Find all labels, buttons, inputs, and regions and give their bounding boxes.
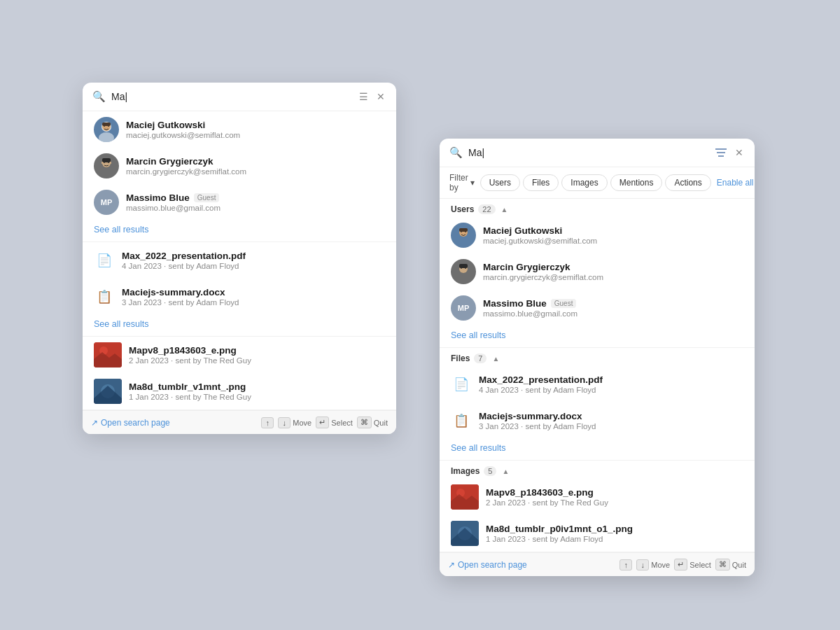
small-user-email-massimo: massimo.blue@gmail.com xyxy=(126,204,220,212)
small-file-text-pdf: Max_2022_presentation.pdf 4 Jan 2023 · s… xyxy=(122,251,246,270)
large-user-text-gutkowski: Maciej Gutkowski maciej.gutkowski@semifl… xyxy=(483,225,597,245)
large-users-chevron[interactable]: ▲ xyxy=(501,206,508,214)
large-user-text-massimo: Massimo Blue Guest massimo.blue@gmail.co… xyxy=(483,298,578,318)
small-files-see-all[interactable]: See all results xyxy=(83,315,396,336)
small-images-section: Mapv8_p1843603_e.png 2 Jan 2023 · sent b… xyxy=(83,337,396,410)
large-select-label: Select xyxy=(690,561,711,569)
small-kbd-cmd-key: ⌘ xyxy=(357,416,372,428)
small-image-name-2: Ma8d_tumblr_v1mnt_.png xyxy=(129,382,251,392)
small-users-see-all[interactable]: See all results xyxy=(83,220,396,241)
small-open-search-link[interactable]: ↗ Open search page xyxy=(91,418,170,428)
svg-rect-5 xyxy=(102,122,111,126)
small-move-label: Move xyxy=(293,419,312,427)
small-quit-label: Quit xyxy=(374,419,388,427)
large-images-count: 5 xyxy=(484,466,496,476)
large-file-item-doc[interactable]: 📋 Maciejs-summary.docx 3 Jan 2023 · sent… xyxy=(440,402,755,439)
small-user-name-gutkowski: Maciej Gutkowski xyxy=(126,120,240,130)
tab-mentions[interactable]: Mentions xyxy=(610,174,663,191)
small-image-meta-2: 1 Jan 2023 · sent by The Red Guy xyxy=(129,393,251,401)
large-open-search-link[interactable]: ↗ Open search page xyxy=(448,560,527,570)
large-user-email-grygierczyk: marcin.grygierczyk@semiflat.com xyxy=(483,273,603,281)
tab-files[interactable]: Files xyxy=(523,174,559,191)
large-users-count: 22 xyxy=(478,204,495,214)
large-search-panel: 🔍 ✕ Filter by ▾ Users Files Images Menti… xyxy=(440,139,755,576)
large-user-email-gutkowski: maciej.gutkowski@semiflat.com xyxy=(483,237,597,245)
large-file-item-pdf[interactable]: 📄 Max_2022_presentation.pdf 4 Jan 2023 ·… xyxy=(440,366,755,402)
large-user-item-massimo[interactable]: MP Massimo Blue Guest massimo.blue@gmail… xyxy=(440,290,755,326)
small-search-bar: 🔍 ☰ ✕ xyxy=(83,83,396,111)
large-search-bar: 🔍 ✕ xyxy=(440,139,755,167)
tab-images[interactable]: Images xyxy=(561,174,607,191)
large-image-thumb-1 xyxy=(451,484,479,510)
small-filter-icon[interactable]: ☰ xyxy=(358,90,370,104)
svg-rect-26 xyxy=(459,264,468,268)
small-kbd-up-key: ↑ xyxy=(261,417,274,428)
large-image-meta-1: 2 Jan 2023 · sent by The Red Guy xyxy=(486,498,608,507)
large-files-chevron[interactable]: ▲ xyxy=(492,355,499,363)
small-close-icon[interactable]: ✕ xyxy=(375,90,386,104)
small-file-item-pdf[interactable]: 📄 Max_2022_presentation.pdf 4 Jan 2023 ·… xyxy=(83,242,396,279)
svg-point-1 xyxy=(99,132,114,142)
large-images-chevron[interactable]: ▲ xyxy=(502,468,509,475)
large-search-bar-actions: ✕ xyxy=(714,146,745,160)
large-image-item-1[interactable]: Mapv8_p1843603_e.png 2 Jan 2023 · sent b… xyxy=(440,479,755,515)
large-image-name-1: Mapv8_p1843603_e.png xyxy=(486,487,608,498)
large-user-name-grygierczyk: Marcin Grygierczyk xyxy=(483,262,603,272)
large-files-see-all[interactable]: See all results xyxy=(440,439,755,460)
small-image-name-1: Mapv8_p1843603_e.png xyxy=(129,345,251,356)
filter-chevron-icon: ▾ xyxy=(470,178,475,188)
large-images-title: Images xyxy=(451,466,479,476)
large-filter-icon[interactable] xyxy=(714,146,728,159)
large-filter-by-label[interactable]: Filter by ▾ xyxy=(449,173,475,192)
small-kbd-enter-key: ↵ xyxy=(316,416,329,428)
small-user-item-grygierczyk[interactable]: Marcin Grygierczyk marcin.grygierczyk@se… xyxy=(83,148,396,184)
small-pdf-icon: 📄 xyxy=(94,248,115,273)
small-image-meta-1: 2 Jan 2023 · sent by The Red Guy xyxy=(129,356,251,365)
small-kbd-quit: ⌘ Quit xyxy=(357,416,388,428)
large-bottom-bar: ↗ Open search page ↑ ↓ Move ↵ Select ⌘ Q… xyxy=(440,552,755,576)
large-avatar-massimo: MP xyxy=(451,295,476,321)
small-file-item-doc[interactable]: 📋 Maciejs-summary.docx 3 Jan 2023 · sent… xyxy=(83,279,396,315)
large-kbd-enter-key: ↵ xyxy=(674,559,687,570)
large-kbd-down-key: ↓ xyxy=(636,559,649,570)
small-search-input[interactable] xyxy=(111,91,352,102)
small-image-item-2[interactable]: Ma8d_tumblr_v1mnt_.png 1 Jan 2023 · sent… xyxy=(83,373,396,410)
large-kbd-up: ↑ xyxy=(620,559,632,570)
large-search-input[interactable] xyxy=(468,147,708,158)
large-avatar-grygierczyk xyxy=(451,259,476,284)
search-icon: 🔍 xyxy=(92,90,106,103)
small-file-name-pdf: Max_2022_presentation.pdf xyxy=(122,251,246,261)
large-images-section: Images 5 ▲ Mapv8_p1843603_e.png 2 Jan 20… xyxy=(440,461,755,552)
small-image-thumb-2 xyxy=(94,379,122,404)
large-close-icon[interactable]: ✕ xyxy=(734,146,745,160)
avatar-massimo: MP xyxy=(94,190,119,215)
large-user-item-grygierczyk[interactable]: Marcin Grygierczyk marcin.grygierczyk@se… xyxy=(440,253,755,290)
large-users-see-all[interactable]: See all results xyxy=(440,326,755,347)
small-image-item-1[interactable]: Mapv8_p1843603_e.png 2 Jan 2023 · sent b… xyxy=(83,337,396,373)
tab-actions[interactable]: Actions xyxy=(665,174,710,191)
large-user-name-massimo: Massimo Blue Guest xyxy=(483,298,578,309)
large-external-link-icon: ↗ xyxy=(448,560,455,570)
external-link-icon: ↗ xyxy=(91,418,98,428)
large-filter-bar: Filter by ▾ Users Files Images Mentions … xyxy=(440,167,755,199)
small-kbd-down: ↓ Move xyxy=(278,417,312,428)
small-user-email-grygierczyk: marcin.grygierczyk@semiflat.com xyxy=(126,167,246,176)
small-file-text-doc: Maciejs-summary.docx 3 Jan 2023 · sent b… xyxy=(122,287,239,307)
small-user-text-gutkowski: Maciej Gutkowski maciej.gutkowski@semifl… xyxy=(126,120,240,139)
small-user-item-massimo[interactable]: MP Massimo Blue Guest massimo.blue@gmail… xyxy=(83,184,396,220)
large-enable-all[interactable]: Enable all xyxy=(717,178,754,188)
small-user-item-gutkowski[interactable]: Maciej Gutkowski maciej.gutkowski@semifl… xyxy=(83,111,396,148)
large-files-header: Files 7 ▲ xyxy=(440,348,755,366)
large-user-email-massimo: massimo.blue@gmail.com xyxy=(483,309,578,318)
small-user-name-grygierczyk: Marcin Grygierczyk xyxy=(126,156,246,167)
large-user-item-gutkowski[interactable]: Maciej Gutkowski maciej.gutkowski@semifl… xyxy=(440,217,755,253)
guest-badge-massimo: Guest xyxy=(194,193,220,202)
small-files-section: 📄 Max_2022_presentation.pdf 4 Jan 2023 ·… xyxy=(83,242,396,337)
large-file-text-doc: Maciejs-summary.docx 3 Jan 2023 · sent b… xyxy=(479,411,596,430)
small-doc-icon: 📋 xyxy=(94,284,115,309)
large-file-meta-doc: 3 Jan 2023 · sent by Adam Floyd xyxy=(479,422,596,430)
large-image-item-2[interactable]: Ma8d_tumblr_p0iv1mnt_o1_.png 1 Jan 2023 … xyxy=(440,515,755,552)
large-image-name-2: Ma8d_tumblr_p0iv1mnt_o1_.png xyxy=(486,524,633,534)
large-avatar-gutkowski xyxy=(451,223,476,248)
tab-users[interactable]: Users xyxy=(480,174,520,191)
